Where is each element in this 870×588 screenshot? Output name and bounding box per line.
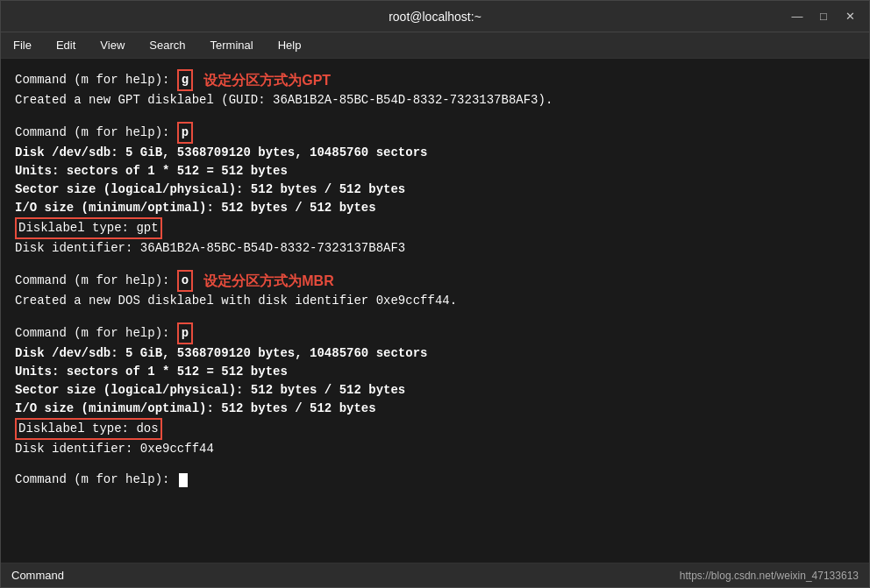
- cursor: [179, 473, 188, 487]
- menu-edit[interactable]: Edit: [51, 37, 81, 53]
- line-disklabel-gpt: Disklabel type: gpt: [15, 217, 855, 239]
- line-sector-2: Sector size (logical/physical): 512 byte…: [15, 381, 855, 400]
- menubar: File Edit View Search Terminal Help: [1, 32, 869, 59]
- line-final-prompt: Command (m for help):: [15, 471, 855, 489]
- cmd-g: g: [177, 69, 193, 91]
- line-io-1: I/O size (minimum/optimal): 512 bytes / …: [15, 199, 855, 217]
- line-cmd-g: Command (m for help): g 设定分区方式为GPT: [15, 69, 855, 91]
- line-units-2: Units: sectors of 1 * 512 = 512 bytes: [15, 363, 855, 381]
- blank-3: [15, 310, 855, 322]
- status-url: https://blog.csdn.net/weixin_47133613: [680, 570, 859, 582]
- menu-help[interactable]: Help: [273, 37, 307, 53]
- disklabel-dos-text: Disklabel type: dos: [15, 418, 162, 440]
- close-button[interactable]: ✕: [838, 7, 862, 26]
- statusbar: Command https://blog.csdn.net/weixin_471…: [1, 563, 869, 587]
- line-disk-1: Disk /dev/sdb: 5 GiB, 5368709120 bytes, …: [15, 144, 855, 162]
- menu-view[interactable]: View: [95, 37, 130, 53]
- maximize-button[interactable]: □: [811, 7, 836, 26]
- cmd-p1: p: [177, 122, 193, 144]
- line-cmd-p1: Command (m for help): p: [15, 122, 855, 144]
- line-cmd-p2: Command (m for help): p: [15, 322, 855, 344]
- line-sector-1: Sector size (logical/physical): 512 byte…: [15, 181, 855, 199]
- prompt-1: Command (m for help):: [15, 71, 177, 89]
- disklabel-gpt-text: Disklabel type: gpt: [15, 217, 162, 239]
- blank-1: [15, 110, 855, 122]
- line-dos-created: Created a new DOS disklabel with disk id…: [15, 292, 855, 310]
- final-prompt-text: Command (m for help):: [15, 471, 177, 489]
- label-mbr: 设定分区方式为MBR: [203, 271, 333, 292]
- menu-search[interactable]: Search: [144, 37, 190, 53]
- line-io-2: I/O size (minimum/optimal): 512 bytes / …: [15, 400, 855, 418]
- status-command: Command: [11, 569, 64, 582]
- line-units-1: Units: sectors of 1 * 512 = 512 bytes: [15, 162, 855, 181]
- line-cmd-o: Command (m for help): o 设定分区方式为MBR: [15, 270, 855, 292]
- cmd-p2: p: [177, 322, 193, 344]
- blank-4: [15, 458, 855, 471]
- line-disk-2: Disk /dev/sdb: 5 GiB, 5368709120 bytes, …: [15, 344, 855, 363]
- menu-terminal[interactable]: Terminal: [205, 37, 259, 53]
- window-title: root@localhost:~: [389, 10, 481, 24]
- cmd-o: o: [177, 270, 193, 292]
- line-guid: Created a new GPT disklabel (GUID: 36AB1…: [15, 91, 855, 110]
- label-gpt: 设定分区方式为GPT: [203, 70, 331, 91]
- menu-file[interactable]: File: [8, 37, 37, 53]
- titlebar: root@localhost:~ — □ ✕: [1, 1, 869, 32]
- line-diskid-dos: Disk identifier: 0xe9ccff44: [15, 440, 855, 458]
- blank-2: [15, 258, 855, 270]
- window-controls: — □ ✕: [785, 7, 862, 26]
- line-diskid-gpt: Disk identifier: 36AB1B2A-85BC-B54D-8332…: [15, 239, 855, 258]
- terminal-output[interactable]: Command (m for help): g 设定分区方式为GPT Creat…: [1, 59, 869, 563]
- minimize-button[interactable]: —: [785, 7, 809, 26]
- line-disklabel-dos: Disklabel type: dos: [15, 418, 855, 440]
- terminal-window: root@localhost:~ — □ ✕ File Edit View Se…: [0, 0, 870, 588]
